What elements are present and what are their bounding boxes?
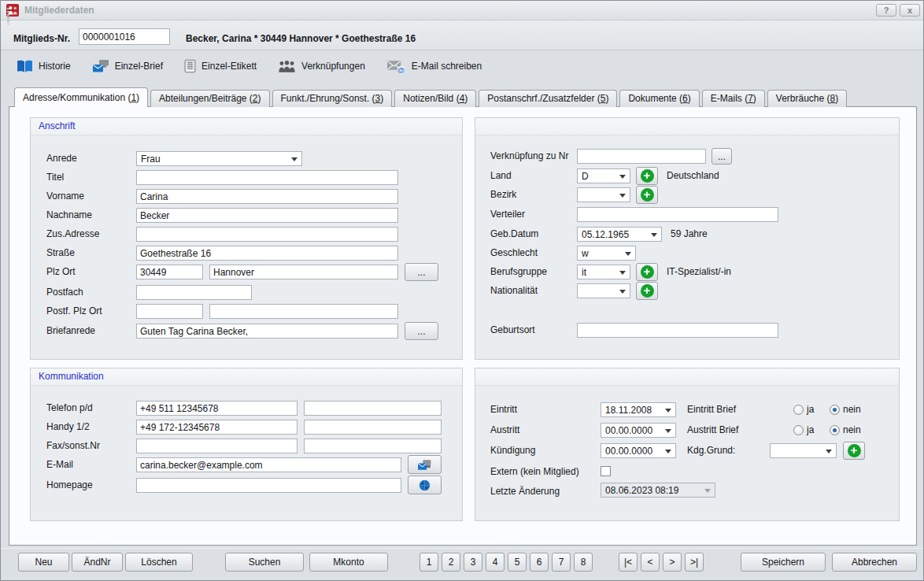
bezirk-select[interactable]: [577, 187, 630, 202]
toolbar-grip[interactable]: [7, 8, 9, 24]
open-homepage-button[interactable]: [408, 476, 442, 494]
telefon2-input[interactable]: [304, 401, 442, 416]
tab-postanschrift-zusatzfelder[interactable]: Postanschrf./Zusatzfelder (5): [479, 90, 617, 107]
nav-next-button[interactable]: >: [663, 553, 682, 572]
nav-last-button[interactable]: >|: [685, 553, 704, 572]
anrede-select[interactable]: Frau: [136, 151, 302, 166]
postfach-input[interactable]: [136, 285, 252, 300]
nationalitaet-select[interactable]: [577, 283, 630, 298]
plz-input[interactable]: [136, 265, 203, 279]
aendnr-button[interactable]: ÄndNr: [72, 553, 123, 572]
fax1-input[interactable]: [136, 439, 298, 453]
tab-page-adresse-kommunikation: Anschrift Anrede Frau Titel Vorname Nach…: [9, 106, 917, 546]
eintritt-brief-nein-radio[interactable]: [830, 405, 840, 415]
einzel-etikett-button[interactable]: Einzel-Etikett: [184, 59, 257, 73]
nav-first-button[interactable]: |<: [619, 553, 638, 572]
tab-abteilungen-beitraege[interactable]: Abteilungen/Beiträge (2): [150, 90, 269, 107]
email-at-icon: @: [386, 59, 406, 74]
verknuepfung-input[interactable]: [577, 149, 706, 164]
anschrift-group: Anschrift Anrede Frau Titel Vorname Nach…: [30, 117, 463, 360]
verknuepfung-more-button[interactable]: ...: [711, 148, 732, 165]
page-1-button[interactable]: 1: [419, 553, 438, 572]
tab-notizen-bild[interactable]: Notizen/Bild (4): [394, 90, 476, 107]
plz-ort-more-button[interactable]: ...: [405, 263, 438, 281]
land-add-button[interactable]: +: [636, 167, 658, 185]
historie-button[interactable]: Historie: [17, 60, 71, 73]
strasse-input[interactable]: [136, 246, 398, 261]
titel-input[interactable]: [136, 170, 398, 185]
page-8-button[interactable]: 8: [574, 553, 593, 572]
tab-label-close: ): [753, 93, 756, 104]
austritt-select[interactable]: 00.00.0000: [601, 423, 676, 438]
berufsgruppe-select[interactable]: it: [577, 265, 630, 279]
abbrechen-button[interactable]: Abbrechen: [832, 553, 917, 572]
geb-datum-select[interactable]: 05.12.1965: [577, 227, 662, 242]
nationalitaet-add-button[interactable]: +: [636, 282, 658, 300]
page-7-button[interactable]: 7: [552, 553, 571, 572]
kuendigung-select[interactable]: 00.00.0000: [601, 443, 676, 458]
suchen-button[interactable]: Suchen: [225, 553, 304, 572]
geb-datum-value: 05.12.1965: [582, 228, 629, 241]
ort-input[interactable]: [209, 265, 398, 279]
membership-caption-bar: [475, 368, 899, 386]
page-2-button[interactable]: 2: [442, 553, 460, 572]
mkonto-button[interactable]: Mkonto: [309, 553, 388, 572]
nav-prev-button[interactable]: <: [641, 553, 660, 572]
toolbar-item-label: Verknüpfungen: [301, 61, 365, 72]
land-select[interactable]: D: [577, 168, 630, 183]
speichern-button[interactable]: Speichern: [741, 553, 826, 572]
austritt-brief-ja-radio[interactable]: [793, 425, 804, 435]
eintritt-brief-ja-radio[interactable]: [793, 405, 804, 415]
tab-label-close: ): [258, 93, 261, 104]
page-5-button[interactable]: 5: [508, 553, 527, 572]
send-email-button[interactable]: [408, 455, 442, 474]
geschlecht-select[interactable]: w: [577, 246, 636, 261]
berufsgruppe-add-button[interactable]: +: [636, 263, 658, 281]
page-6-button[interactable]: 6: [530, 553, 549, 572]
fax2-input[interactable]: [304, 439, 442, 453]
postf-plz-input[interactable]: [136, 304, 203, 319]
homepage-input[interactable]: [136, 478, 401, 493]
window-title: Mitgliederdaten: [24, 5, 94, 16]
email-schreiben-button[interactable]: @ E-Mail schreiben: [386, 59, 482, 74]
neu-button[interactable]: Neu: [18, 553, 69, 572]
bezirk-add-button[interactable]: +: [636, 186, 658, 204]
help-button[interactable]: ?: [876, 4, 896, 17]
toolbar: Historie Einzel-Brief Einzel-Etikett: [1, 51, 923, 81]
kdg-grund-add-button[interactable]: +: [843, 442, 865, 460]
tab-funkt-ehrung-sonst[interactable]: Funkt./Ehrung/Sonst. (3): [272, 90, 393, 107]
member-no-input[interactable]: [79, 28, 170, 45]
nachname-input[interactable]: [136, 208, 398, 223]
geburtsort-input[interactable]: [577, 323, 778, 338]
page-4-button[interactable]: 4: [486, 553, 505, 572]
postfach-label: Postfach: [46, 285, 83, 300]
tab-adresse-kommunikation[interactable]: Adresse/Kommunikation (1): [14, 87, 148, 107]
tab-verbraeuche[interactable]: Verbräuche (8): [767, 90, 847, 107]
tab-label: Funkt./Ehrung/Sonst. (: [281, 93, 375, 104]
tab-emails[interactable]: E-Mails (7): [702, 90, 765, 107]
close-button[interactable]: x: [900, 4, 920, 17]
extern-checkbox[interactable]: [601, 466, 611, 476]
einzel-brief-button[interactable]: Einzel-Brief: [92, 59, 163, 73]
membership-group: Eintritt 18.11.2008 Eintritt Brief ja ne…: [475, 368, 900, 521]
plus-icon: +: [641, 265, 654, 279]
page-3-button[interactable]: 3: [464, 553, 482, 572]
zus-adresse-input[interactable]: [136, 227, 398, 242]
postf-ort-input[interactable]: [209, 304, 398, 319]
kdg-grund-select[interactable]: [770, 443, 837, 458]
land-label: Land: [490, 168, 512, 183]
tab-dokumente[interactable]: Dokumente (6): [619, 90, 699, 107]
telefon1-input[interactable]: [136, 401, 298, 416]
handy1-input[interactable]: [136, 420, 298, 435]
verteiler-input[interactable]: [577, 207, 778, 222]
eintritt-select[interactable]: 18.11.2008: [601, 402, 676, 417]
handy2-input[interactable]: [304, 420, 442, 435]
email-input[interactable]: [136, 457, 401, 472]
loeschen-button[interactable]: Löschen: [125, 553, 193, 572]
verteiler-label: Verteiler: [490, 207, 525, 222]
verknuepfungen-button[interactable]: Verknüpfungen: [278, 60, 365, 73]
vorname-input[interactable]: [136, 189, 398, 204]
austritt-brief-nein-radio[interactable]: [830, 425, 840, 435]
briefanrede-more-button[interactable]: ...: [405, 322, 438, 340]
briefanrede-input[interactable]: [136, 324, 398, 339]
